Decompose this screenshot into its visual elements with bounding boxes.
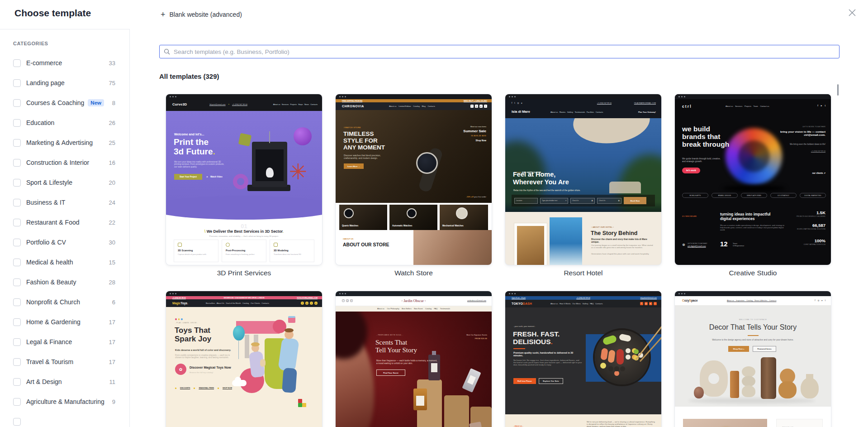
checkbox[interactable] [13, 139, 21, 147]
sidebar-item-18[interactable] [0, 412, 130, 427]
social-icons: f ◎ t ▸ [301, 302, 318, 305]
template-card-tokyodash[interactable]: Open 8 am - 10 pm +1 (234) 567 89 00 tok… [505, 291, 661, 427]
sidebar-item-1[interactable]: Landing page75 [0, 73, 130, 93]
template-card-resort-hotel[interactable]: ft◎▸ +1 (234) 567 89 00 ISLADIMARE@EMAIL… [505, 94, 661, 277]
browser-chrome [166, 291, 322, 296]
sidebar-item-6[interactable]: Sport & Lifestyle20 [0, 173, 130, 192]
checkbox[interactable] [13, 159, 21, 167]
category-tile: Mechanical Watches [440, 205, 488, 230]
twitter-icon: t [310, 302, 313, 305]
hero-cta-button: Start Your Project [174, 174, 202, 180]
about-card: ABOUT US [776, 419, 823, 427]
sidebar-item-14[interactable]: Legal & Finance17 [0, 332, 130, 352]
aside-note: We bring even the boldest ideas to life! [784, 143, 825, 145]
service-pill: WEB PLATFORMS [741, 193, 767, 198]
template-card-jardin-obscur[interactable]: f ◎ ▸ - Jardin Obscur - jardinobscur@ema… [336, 291, 492, 427]
sidebar-item-4[interactable]: Marketing & Advertising25 [0, 133, 130, 153]
template-card-magictoys[interactable]: +1 (234) 567 89 00 SHOWROOM: 123A EASEMO… [166, 291, 322, 427]
checkbox[interactable] [13, 318, 21, 326]
template-thumbnail: f ◎ ▸ - Jardin Obscur - jardinobscur@ema… [336, 291, 492, 427]
category-count: 30 [108, 239, 115, 246]
category-label: Art & Design [26, 378, 108, 385]
orange-cylinder-vase [730, 371, 739, 398]
checkbox[interactable] [13, 179, 21, 187]
checkbox[interactable] [13, 278, 21, 286]
about-body: We're not just delivering food — we're s… [587, 421, 655, 427]
sidebar-item-5[interactable]: Construction & Interior16 [0, 153, 130, 173]
sidebar-item-8[interactable]: Restaurant & Food22 [0, 212, 130, 232]
site-header: CozySpace About us Inspiration Catalog N… [675, 296, 831, 305]
checkbox[interactable] [13, 358, 21, 366]
category-count: 75 [108, 80, 115, 86]
boy-hair [285, 328, 294, 332]
checkbox[interactable] [13, 119, 21, 127]
service-pill: DIGITAL MARKETING [800, 193, 826, 198]
checkbox[interactable] [13, 239, 21, 246]
sidebar-item-12[interactable]: Nonprofit & Church6 [0, 292, 130, 312]
sidebar-item-7[interactable]: Business & IT24 [0, 192, 130, 212]
site-phone: +1 (234) 567 89 00 [597, 102, 612, 104]
stat-value: 66,587 [785, 223, 825, 228]
checkbox[interactable] [13, 79, 21, 87]
template-card-creative-studio[interactable]: ctrl About us Services Projects Team Con… [675, 94, 831, 277]
instagram-icon: ◎ [645, 302, 648, 305]
checkbox[interactable] [13, 199, 21, 206]
checkbox[interactable] [13, 298, 21, 306]
category-label: Nonprofit & Church [26, 298, 108, 306]
hero-section [166, 111, 322, 206]
category-count: 15 [108, 259, 115, 266]
gift-lid [288, 316, 295, 318]
booking-field-type: Type placeholder text▾ [540, 198, 568, 204]
about-title: ABOUT OUR STORE [343, 242, 389, 247]
red-coral-shape: ✳ [289, 161, 307, 183]
template-card-3d-print-services[interactable]: Curve3D 3d.print@email.com • +1 (234) 56… [166, 94, 322, 277]
blob-shadow [722, 186, 786, 191]
sidebar-item-3[interactable]: Education26 [0, 113, 130, 133]
blank-website-button[interactable]: + Blank website (advanced) [161, 7, 242, 22]
sidebar-item-11[interactable]: Fashion & Beauty28 [0, 272, 130, 292]
site-header: TOKYODASH About us How It Works Our Menu… [505, 300, 661, 307]
sidebar-item-16[interactable]: Art & Design11 [0, 372, 130, 392]
scrollbar-thumb[interactable] [837, 84, 839, 96]
toy-block [298, 399, 302, 403]
sidebar-item-0[interactable]: E-commerce33 [0, 53, 130, 73]
template-card-watch-store[interactable]: FREE SHIPPING FROM $50 NEED HELP? +1 (80… [336, 94, 492, 277]
category-count: 24 [108, 199, 115, 206]
checkbox[interactable] [13, 259, 21, 266]
checkbox[interactable] [13, 338, 21, 346]
printer-rod [269, 131, 270, 143]
checkbox[interactable] [13, 219, 21, 226]
checkbox[interactable] [13, 378, 21, 386]
template-thumbnail: CozySpace About us Inspiration Catalog N… [675, 291, 831, 427]
template-card-cozyspace[interactable]: CozySpace About us Inspiration Catalog N… [675, 291, 831, 427]
checkbox[interactable] [13, 418, 21, 426]
new-badge: New [88, 99, 104, 106]
checkbox[interactable] [13, 99, 21, 107]
template-search[interactable] [159, 45, 840, 58]
close-button[interactable] [846, 7, 858, 19]
checkbox[interactable] [13, 59, 21, 67]
checkbox[interactable] [13, 398, 21, 406]
template-thumbnail: Curve3D 3d.print@email.com • +1 (234) 56… [166, 94, 322, 265]
hero-bold: Premium-quality sushi, handcrafted to de… [513, 351, 581, 357]
watch-video-link: Watch Video [210, 176, 223, 178]
youtube-icon: ▸ [821, 104, 822, 107]
toy-block [298, 403, 302, 407]
sidebar-item-13[interactable]: Home & Gardening17 [0, 312, 130, 332]
category-label: Home & Gardening [26, 318, 108, 326]
category-count: 33 [108, 60, 115, 67]
sidebar-item-10[interactable]: Medical & health15 [0, 252, 130, 272]
bunny-toy [260, 359, 266, 367]
sidebar-item-15[interactable]: Travel & Tourism17 [0, 352, 130, 372]
hero-curve [166, 196, 322, 220]
watch-face [416, 152, 438, 174]
hero-body: No frozen fish. No soggy rice. Just clea… [513, 359, 582, 366]
sidebar-item-2[interactable]: Courses & CoachingNew8 [0, 93, 130, 113]
site-logo: MagicToys. [172, 302, 188, 305]
site-nav: About us Our Philosophy Best Sellers New… [336, 308, 492, 310]
sidebar-item-9[interactable]: Portfolio & CV30 [0, 232, 130, 252]
lets-work-button: let's work [682, 168, 700, 173]
sidebar-item-17[interactable]: Agriculture & Manufacturing9 [0, 392, 130, 412]
beach-umbrella [571, 118, 652, 147]
search-input[interactable] [174, 48, 839, 55]
